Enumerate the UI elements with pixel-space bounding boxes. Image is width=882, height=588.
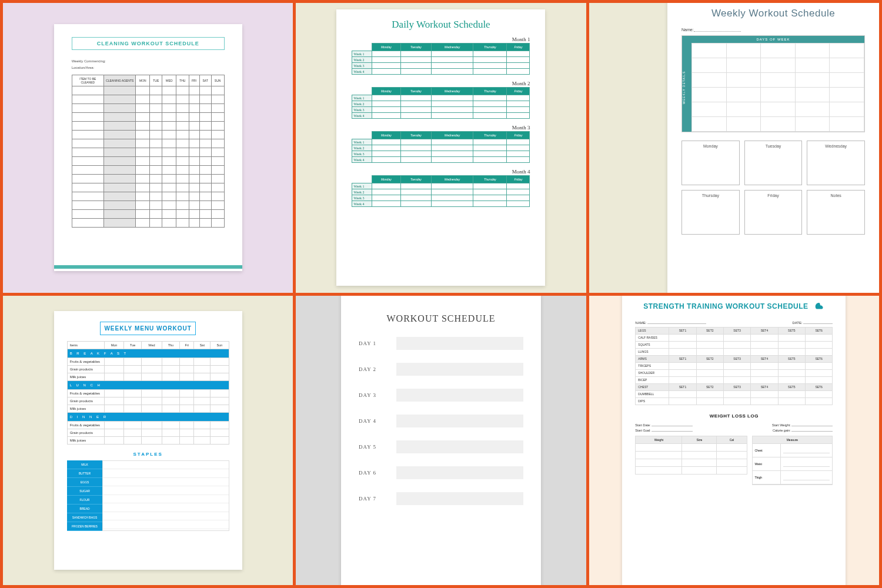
strength-table: LEGSSET1SET2SET3SET4SET5SET6CALF RAISESS…	[635, 327, 833, 405]
footer-bar	[54, 265, 242, 269]
week-grid: DAYS OF WEEK WEEKLY DETAILS	[681, 35, 865, 132]
name-field: Name:	[681, 28, 865, 32]
doc-title: WORKOUT SCHEDULE	[359, 313, 523, 324]
template-thumb-4[interactable]: WEEKLY MENU WORKOUT ItemsMonTueWedThuFri…	[3, 296, 293, 586]
staples-heading: STAPLES	[67, 452, 229, 457]
template-thumb-3[interactable]: Weekly Workout Schedule Name: DAYS OF WE…	[589, 3, 879, 293]
page: Weekly Workout Schedule Name: DAYS OF WE…	[667, 3, 879, 293]
subhead: Weekly Commencing: Location/Area:	[72, 58, 225, 71]
staples-list: MILKBUTTEREGGSSUGARFLOURBREADSANDWICH BA…	[67, 460, 229, 531]
muscle-icon	[814, 302, 824, 312]
doc-title: WEEKLY MENU WORKOUT	[100, 322, 195, 335]
template-grid: CLEANING WORKOUT SCHEDULE Weekly Commenc…	[0, 0, 882, 588]
doc-title: Weekly Workout Schedule	[681, 8, 865, 19]
page: WEEKLY MENU WORKOUT ItemsMonTueWedThuFri…	[54, 311, 242, 570]
meta-row: NAME: DATE:	[635, 321, 833, 325]
page: STRENGTH TRAINING WORKOUT SCHEDULE NAME:…	[622, 296, 846, 586]
template-thumb-2[interactable]: Daily Workout Schedule Month 1MondayTues…	[296, 3, 586, 293]
log-meta: Start Date: Start Weight:	[635, 423, 833, 427]
doc-title: STRENGTH TRAINING WORKOUT SCHEDULE	[635, 302, 833, 312]
page: CLEANING WORKOUT SCHEDULE Weekly Commenc…	[54, 24, 242, 271]
doc-title: CLEANING WORKOUT SCHEDULE	[72, 37, 225, 50]
schedule-table: ITEM TO BE CLEANEDCLEANING AGENTSMONTUEW…	[72, 75, 225, 228]
template-thumb-6[interactable]: STRENGTH TRAINING WORKOUT SCHEDULE NAME:…	[589, 296, 879, 586]
page: WORKOUT SCHEDULE DAY 1DAY 2DAY 3DAY 4DAY…	[341, 296, 541, 586]
template-thumb-1[interactable]: CLEANING WORKOUT SCHEDULE Weekly Commenc…	[3, 3, 293, 293]
page: Daily Workout Schedule Month 1MondayTues…	[336, 9, 545, 286]
template-thumb-5[interactable]: WORKOUT SCHEDULE DAY 1DAY 2DAY 3DAY 4DAY…	[296, 296, 586, 586]
day-boxes: MondayTuesdayWednesdayThursdayFridayNote…	[681, 141, 865, 235]
menu-table: ItemsMonTueWedThuFriSatSunB R E A K F A …	[67, 341, 229, 445]
log-meta: Start Goal: Calorie gain:	[635, 429, 833, 432]
doc-title: Daily Workout Schedule	[352, 19, 530, 31]
log-tables: WeightSizeCal MeasureChestWaistThigh	[635, 436, 833, 485]
log-heading: WEIGHT LOSS LOG	[635, 413, 833, 419]
